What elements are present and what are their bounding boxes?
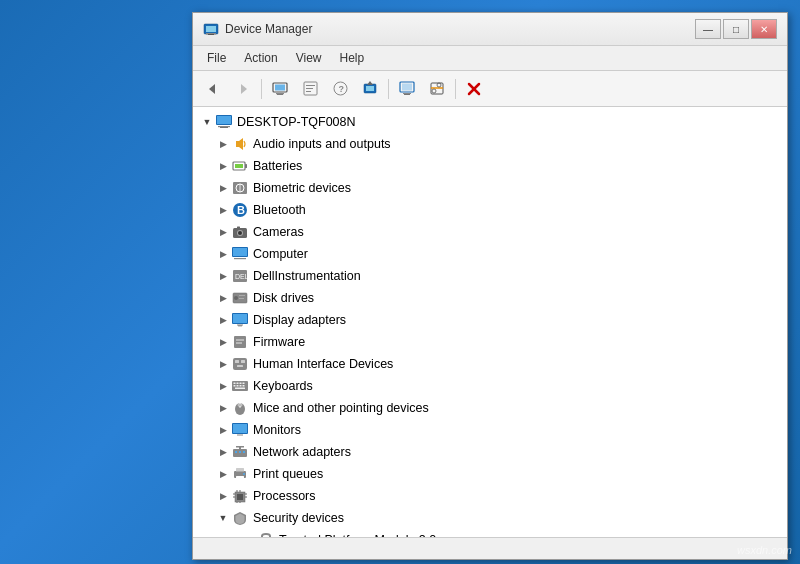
mice-label: Mice and other pointing devices	[253, 401, 429, 415]
toolbar: ?	[193, 71, 787, 107]
svg-rect-71	[234, 385, 236, 387]
svg-rect-75	[235, 388, 245, 390]
tree-item-processors[interactable]: ▶Processors	[193, 485, 787, 507]
minimize-button[interactable]: —	[695, 19, 721, 39]
svg-rect-70	[243, 383, 245, 385]
tree-item-display[interactable]: ▶Display adapters	[193, 309, 787, 331]
window-controls: — □ ✕	[695, 19, 777, 39]
expand-arrow-disk[interactable]: ▶	[215, 290, 231, 306]
help-button[interactable]: ?	[326, 76, 354, 102]
expand-arrow-batteries[interactable]: ▶	[215, 158, 231, 174]
expand-arrow-hid[interactable]: ▶	[215, 356, 231, 372]
device-manager-window: Device Manager — □ ✕ File Action View He…	[192, 12, 788, 560]
expand-arrow-cameras[interactable]: ▶	[215, 224, 231, 240]
tree-item-mice[interactable]: ▶Mice and other pointing devices	[193, 397, 787, 419]
tree-item-firmware[interactable]: ▶Firmware	[193, 331, 787, 353]
expand-arrow-computer[interactable]: ▶	[215, 246, 231, 262]
tree-item-biometric[interactable]: ▶Biometric devices	[193, 177, 787, 199]
svg-rect-53	[239, 295, 245, 296]
menu-help[interactable]: Help	[332, 49, 373, 67]
view-computer-button[interactable]	[266, 76, 294, 102]
cameras-label: Cameras	[253, 225, 304, 239]
scan-button[interactable]	[423, 76, 451, 102]
svg-rect-85	[243, 451, 245, 453]
svg-rect-54	[239, 298, 244, 299]
cameras-icon	[231, 223, 249, 241]
processors-icon	[231, 487, 249, 505]
tree-item-bluetooth[interactable]: ▶BBluetooth	[193, 199, 787, 221]
tree-item-network[interactable]: ▶Network adapters	[193, 441, 787, 463]
svg-rect-81	[237, 435, 243, 436]
expand-arrow-bluetooth[interactable]: ▶	[215, 202, 231, 218]
monitor-button[interactable]	[393, 76, 421, 102]
window-icon	[203, 21, 219, 37]
expand-root[interactable]: ▼	[199, 114, 215, 130]
tree-item-dell[interactable]: ▶DELLDellInstrumentation	[193, 265, 787, 287]
tree-item-security[interactable]: ▼Security devices	[193, 507, 787, 529]
properties-button[interactable]	[296, 76, 324, 102]
display-icon	[231, 311, 249, 329]
maximize-button[interactable]: □	[723, 19, 749, 39]
back-button[interactable]	[199, 76, 227, 102]
tree-item-tpm[interactable]: Trusted Platform Module 2.0	[193, 529, 787, 537]
tree-item-cameras[interactable]: ▶Cameras	[193, 221, 787, 243]
expand-arrow-security[interactable]: ▼	[215, 510, 231, 526]
svg-rect-22	[404, 94, 410, 95]
update-button[interactable]	[356, 76, 384, 102]
menu-action[interactable]: Action	[236, 49, 285, 67]
svg-rect-58	[238, 326, 242, 327]
tree-item-keyboards[interactable]: ▶Keyboards	[193, 375, 787, 397]
expand-arrow-print[interactable]: ▶	[215, 466, 231, 482]
expand-arrow-mice[interactable]: ▶	[215, 400, 231, 416]
svg-point-25	[437, 83, 441, 87]
expand-arrow-network[interactable]: ▶	[215, 444, 231, 460]
security-icon	[231, 509, 249, 527]
print-icon	[231, 465, 249, 483]
expand-arrow-audio[interactable]: ▶	[215, 136, 231, 152]
bluetooth-label: Bluetooth	[253, 203, 306, 217]
processors-label: Processors	[253, 489, 316, 503]
tree-item-audio[interactable]: ▶Audio inputs and outputs	[193, 133, 787, 155]
tree-item-monitors[interactable]: ▶Monitors	[193, 419, 787, 441]
svg-rect-12	[306, 88, 313, 89]
mice-icon	[231, 399, 249, 417]
expand-arrow-monitors[interactable]: ▶	[215, 422, 231, 438]
window-title: Device Manager	[225, 22, 689, 36]
remove-button[interactable]	[460, 76, 488, 102]
tree-item-print[interactable]: ▶Print queues	[193, 463, 787, 485]
tree-item-hid[interactable]: ▶Human Interface Devices	[193, 353, 787, 375]
svg-rect-56	[233, 314, 247, 323]
svg-text:B: B	[237, 204, 245, 216]
audio-label: Audio inputs and outputs	[253, 137, 391, 151]
svg-rect-3	[208, 34, 214, 35]
menu-view[interactable]: View	[288, 49, 330, 67]
svg-rect-73	[240, 385, 242, 387]
expand-arrow-firmware[interactable]: ▶	[215, 334, 231, 350]
tree-item-batteries[interactable]: ▶Batteries	[193, 155, 787, 177]
svg-rect-21	[403, 93, 411, 94]
expand-arrow-biometric[interactable]: ▶	[215, 180, 231, 196]
keyboards-icon	[231, 377, 249, 395]
expand-arrow-display[interactable]: ▶	[215, 312, 231, 328]
menu-file[interactable]: File	[199, 49, 234, 67]
expand-arrow-processors[interactable]: ▶	[215, 488, 231, 504]
sep-1	[261, 79, 262, 99]
svg-rect-89	[236, 468, 244, 472]
svg-marker-33	[236, 138, 243, 150]
biometric-icon	[231, 179, 249, 197]
forward-button[interactable]	[229, 76, 257, 102]
sep-3	[455, 79, 456, 99]
tree-item-computer[interactable]: ▶Computer	[193, 243, 787, 265]
print-label: Print queues	[253, 467, 323, 481]
batteries-icon	[231, 157, 249, 175]
expand-arrow-keyboards[interactable]: ▶	[215, 378, 231, 394]
close-button[interactable]: ✕	[751, 19, 777, 39]
tree-item-disk[interactable]: ▶Disk drives	[193, 287, 787, 309]
svg-rect-47	[233, 248, 247, 256]
svg-rect-13	[306, 91, 311, 92]
tree-root[interactable]: ▼ DESKTOP-TQF008N	[193, 111, 787, 133]
expand-arrow-dell[interactable]: ▶	[215, 268, 231, 284]
svg-point-26	[432, 89, 436, 93]
svg-rect-17	[366, 86, 374, 91]
tree-view[interactable]: ▼ DESKTOP-TQF008N ▶Audio inputs and outp…	[193, 107, 787, 537]
